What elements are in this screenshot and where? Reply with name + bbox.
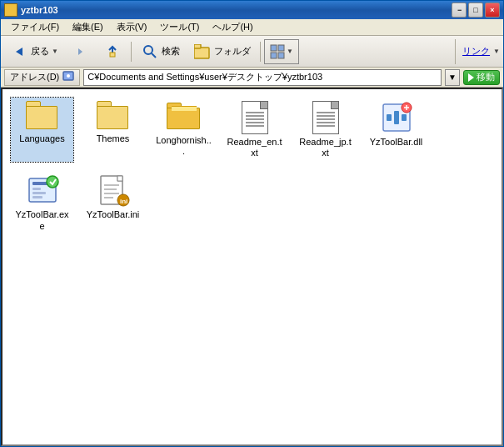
- menu-bar: ファイル(F) 編集(E) 表示(V) ツール(T) ヘルプ(H): [1, 19, 503, 36]
- folders-label: フォルダ: [214, 45, 251, 58]
- toolbar-separator-2: [260, 42, 261, 62]
- file-item[interactable]: Themes: [82, 98, 144, 162]
- file-lines: [317, 112, 335, 127]
- up-button[interactable]: [97, 39, 127, 64]
- search-button[interactable]: 検索: [135, 39, 186, 64]
- file-name: YzToolBar.ini: [87, 209, 140, 220]
- folders-button[interactable]: フォルダ: [187, 39, 257, 64]
- file-name: Longhornish...: [156, 135, 212, 157]
- svg-rect-12: [387, 114, 392, 121]
- back-icon: [10, 43, 28, 61]
- forward-icon: [72, 43, 90, 61]
- back-chevron-icon: ▼: [52, 48, 58, 55]
- arrow-left-icon: [16, 48, 22, 56]
- search-icon: [141, 43, 159, 61]
- svg-rect-0: [110, 53, 115, 57]
- address-input[interactable]: [83, 69, 442, 86]
- address-label-text: アドレス(D): [10, 71, 59, 83]
- file-name: Readme_en.txt: [227, 137, 282, 158]
- arrow-right-icon: [78, 48, 82, 55]
- file-item[interactable]: ini YzToolBar.ini: [82, 170, 144, 234]
- address-icon: [62, 71, 74, 84]
- menu-edit[interactable]: 編集(E): [66, 19, 110, 35]
- file-item[interactable]: YzToolBar.exe: [11, 170, 73, 234]
- folder-open-icon: [167, 101, 202, 133]
- dropdown-chevron-icon: ▼: [448, 73, 457, 82]
- address-bar: アドレス(D) ▼ 移動: [1, 68, 503, 88]
- svg-rect-13: [394, 111, 399, 124]
- go-button[interactable]: 移動: [463, 70, 500, 85]
- address-dropdown[interactable]: ▼: [445, 69, 460, 86]
- menu-file[interactable]: ファイル(F): [4, 19, 66, 35]
- svg-rect-25: [117, 176, 122, 181]
- svg-rect-8: [278, 53, 284, 58]
- window: yztbr103 － □ × ファイル(F) 編集(E) 表示(V) ツール(T…: [0, 0, 504, 447]
- menu-help[interactable]: ヘルプ(H): [206, 19, 259, 35]
- view-button[interactable]: ▼: [264, 39, 299, 64]
- toolbar: 戻る ▼ 検索: [1, 36, 503, 68]
- folder-body: [97, 106, 128, 129]
- exe-icon: [26, 173, 59, 207]
- ini-icon: ini: [97, 173, 130, 207]
- svg-text:ini: ini: [120, 198, 127, 205]
- back-label: 戻る: [31, 45, 49, 58]
- title-bar-left: yztbr103: [4, 3, 58, 17]
- svg-rect-14: [402, 114, 407, 121]
- forward-button[interactable]: [66, 39, 96, 64]
- txt-file-icon: [242, 101, 268, 134]
- svg-rect-7: [271, 53, 277, 58]
- search-label: 検索: [162, 45, 180, 58]
- file-name: Readme_jp.txt: [297, 137, 353, 158]
- folder-icon: [97, 101, 130, 131]
- file-item[interactable]: Readme_jp.txt: [294, 98, 357, 162]
- svg-rect-4: [194, 44, 201, 48]
- title-bar-buttons: － □ ×: [452, 3, 500, 18]
- up-icon: [103, 43, 122, 61]
- folder-icon: [26, 101, 59, 131]
- toolbar-separator-1: [131, 42, 132, 62]
- file-area: Languages Themes Longhornish...: [1, 88, 503, 446]
- file-name: Languages: [19, 133, 64, 144]
- file-name: Themes: [97, 133, 130, 144]
- svg-point-1: [144, 46, 152, 54]
- file-lines: [246, 112, 264, 127]
- svg-rect-6: [278, 45, 284, 51]
- link-area: リンク ▼: [455, 39, 500, 64]
- window-icon: [4, 3, 17, 17]
- svg-rect-22: [32, 196, 42, 198]
- link-chevron-icon: ▼: [493, 48, 500, 55]
- file-name: YzToolBar.dll: [370, 137, 423, 148]
- file-item[interactable]: Languages: [11, 98, 73, 162]
- file-item[interactable]: Longhornish...: [152, 98, 215, 162]
- title-bar: yztbr103 － □ ×: [1, 1, 503, 19]
- file-name: YzToolBar.exe: [14, 209, 70, 231]
- menu-view[interactable]: 表示(V): [110, 19, 154, 35]
- link-label: リンク: [462, 45, 490, 58]
- file-item[interactable]: Readme_en.txt: [223, 98, 286, 162]
- svg-rect-21: [32, 192, 46, 194]
- back-button[interactable]: 戻る ▼: [4, 39, 64, 64]
- svg-rect-3: [194, 48, 209, 58]
- svg-line-2: [152, 53, 156, 58]
- folder-body: [26, 106, 57, 129]
- dll-icon: [380, 101, 413, 134]
- txt-file-icon: [312, 101, 339, 134]
- window-title: yztbr103: [21, 5, 58, 15]
- go-label: 移動: [477, 71, 495, 83]
- file-item[interactable]: YzToolBar.dll: [365, 98, 427, 162]
- svg-rect-20: [32, 188, 41, 190]
- menu-tools[interactable]: ツール(T): [153, 19, 206, 35]
- view-chevron-icon: ▼: [287, 48, 293, 55]
- folders-icon: [193, 43, 212, 61]
- address-label: アドレス(D): [4, 69, 80, 86]
- close-button[interactable]: ×: [485, 3, 500, 18]
- restore-button[interactable]: □: [468, 3, 483, 18]
- svg-point-23: [47, 176, 58, 188]
- go-arrow-icon: [468, 73, 474, 82]
- svg-rect-5: [271, 45, 277, 51]
- svg-point-10: [67, 74, 70, 78]
- minimize-button[interactable]: －: [452, 3, 467, 18]
